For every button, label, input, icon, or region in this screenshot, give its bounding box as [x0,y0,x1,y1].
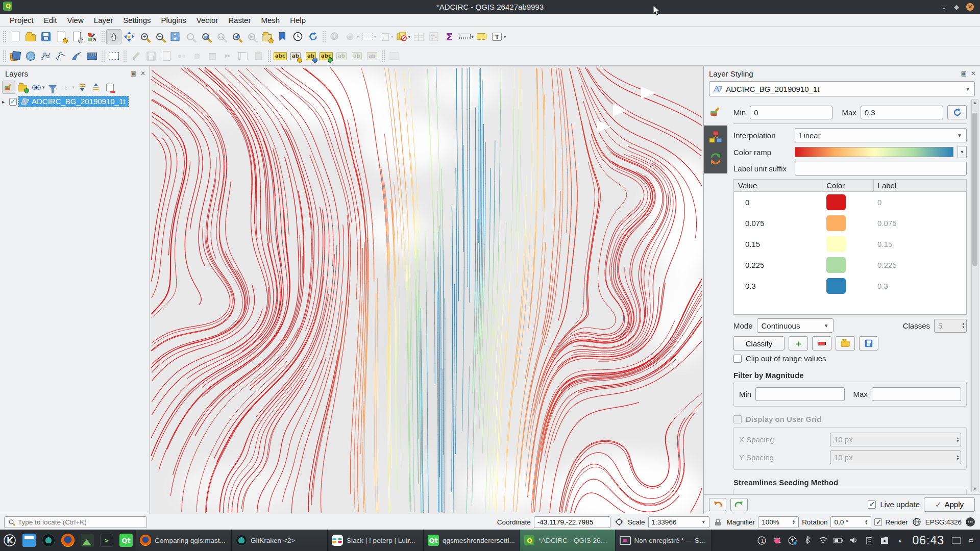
toolbar-grip[interactable] [101,49,105,63]
render-checkbox[interactable] [874,518,882,526]
display-user-grid-checkbox[interactable] [733,415,742,423]
undo-style-button[interactable] [709,498,726,511]
window-shade-icon[interactable]: ⌄ [941,4,947,10]
task-qgis[interactable]: Q *ADCIRC - QGIS 26427... [520,530,616,551]
task-firefox[interactable]: Comparing qgis:mast... [136,530,232,551]
crs-label[interactable]: EPSG:4326 [925,518,962,526]
measure-icon[interactable] [457,29,472,44]
layer-visibility-checkbox[interactable] [9,98,17,106]
pan-map-icon[interactable] [106,29,121,44]
menu-plugins[interactable]: Plugins [157,15,191,26]
map-canvas[interactable] [150,66,703,514]
filter-legend-icon[interactable] [46,81,59,94]
locate-box[interactable] [4,516,147,528]
menu-mesh[interactable]: Mesh [256,15,284,26]
filter-min-input[interactable] [755,387,845,401]
label-pin-icon[interactable]: ab [303,48,318,64]
notifications-icon[interactable]: 1 [757,536,767,545]
toolbar-grip[interactable] [267,49,272,63]
reload-minmax-button[interactable] [947,105,967,119]
lock-scale-icon[interactable] [713,518,724,526]
panel-close-icon[interactable]: ✕ [971,70,976,77]
toolbar-grip[interactable] [322,30,326,43]
tray-expand-icon[interactable]: ▲ [895,536,904,545]
open-layer-styling-icon[interactable] [2,81,15,94]
menu-vector[interactable]: Vector [192,15,223,26]
manage-map-themes-icon[interactable] [30,81,43,94]
apply-button[interactable]: ✓Apply [924,497,975,512]
extent-selector-icon[interactable] [106,48,121,64]
column-header-color[interactable]: Color [822,180,873,192]
file-manager-icon[interactable] [19,531,39,550]
text-annotation-icon[interactable]: T [489,29,505,44]
vault-icon[interactable] [879,536,889,545]
color-ramp-preview[interactable] [795,147,953,157]
styling-tab-symbology-icon[interactable] [710,107,721,118]
color-app-icon[interactable] [772,536,782,545]
scroll-up-icon[interactable]: ▲ [973,99,977,106]
toolbar-grip[interactable] [2,49,7,63]
color-swatch[interactable] [826,278,846,294]
panel-float-icon[interactable]: ▣ [131,70,136,77]
remove-layer-icon[interactable] [103,81,116,94]
min-input[interactable] [750,106,832,119]
clipboard-icon[interactable] [864,536,874,545]
menu-layer[interactable]: Layer [89,15,118,26]
load-color-map-button[interactable] [836,336,855,350]
label-unit-suffix-input[interactable] [795,162,967,176]
color-ramp-menu-button[interactable]: ▼ [958,146,967,158]
vertex-tool-icon[interactable] [38,48,54,64]
task-qt-creator[interactable]: Qt qgsmeshrenderersetti... [424,530,520,551]
statistical-summary-icon[interactable]: Σ [442,29,457,44]
max-input[interactable] [861,106,943,119]
terminal-icon[interactable]: > [97,531,116,550]
rotation-spinner[interactable]: 0,0 °▲▼ [830,516,871,528]
zoom-full-icon[interactable] [167,29,183,44]
collapse-all-icon[interactable] [89,81,103,94]
table-row[interactable]: 0 0 [734,192,967,213]
map-tips-icon[interactable] [474,29,489,44]
redo-style-button[interactable] [730,498,748,511]
vertex-tool-active-layer-icon[interactable] [54,48,69,64]
new-bookmark-icon[interactable] [259,29,275,44]
color-swatch[interactable] [826,215,846,231]
toolbar-grip[interactable] [101,30,105,43]
firefox-launcher-icon[interactable] [58,531,78,550]
table-row[interactable]: 0.075 0.075 [734,213,967,234]
deselect-all-icon[interactable] [394,29,409,44]
menu-edit[interactable]: Edit [39,15,62,26]
toolbar-grip[interactable] [122,49,127,63]
messages-icon[interactable] [965,517,976,527]
styling-tab-mesh-datasets-icon[interactable] [709,131,722,144]
new-print-layout-icon[interactable] [54,29,69,44]
panel-float-icon[interactable]: ▣ [961,70,967,77]
virtual-desktop-pager[interactable] [952,537,961,544]
mesh-edit-icon[interactable] [69,48,84,64]
zoom-last-icon[interactable]: ◀ [229,29,244,44]
open-project-icon[interactable] [23,29,38,44]
live-update-checkbox[interactable] [868,500,876,509]
zoom-to-layer-icon[interactable]: ▤ [198,29,213,44]
layer-item[interactable]: ▸ ADCIRC_BG_20190910_1t [0,96,150,107]
style-manager-icon[interactable]: a [84,29,100,44]
add-class-button[interactable]: ＋ [789,336,808,350]
panel-close-icon[interactable]: ✕ [140,70,145,77]
menu-view[interactable]: View [63,15,88,26]
menu-settings[interactable]: Settings [118,15,155,26]
temporal-controller-icon[interactable] [290,29,305,44]
updates-icon[interactable] [788,536,797,545]
clock[interactable]: 06:43 [912,534,944,547]
zoom-in-icon[interactable]: + [137,29,152,44]
save-project-icon[interactable] [38,29,54,44]
menu-project[interactable]: Project [5,15,38,26]
layer-labeling-icon[interactable]: abc [273,48,288,64]
scroll-down-icon[interactable]: ▼ [973,486,977,492]
menu-raster[interactable]: Raster [224,15,255,26]
image-viewer-icon[interactable] [78,531,97,550]
column-header-label[interactable]: Label [873,180,966,192]
toolbar-grip[interactable] [381,49,385,63]
gitkraken-launcher-icon[interactable] [39,531,58,550]
crs-globe-icon[interactable] [911,518,922,526]
color-swatch[interactable] [826,194,846,210]
coordinate-input[interactable] [534,516,610,528]
